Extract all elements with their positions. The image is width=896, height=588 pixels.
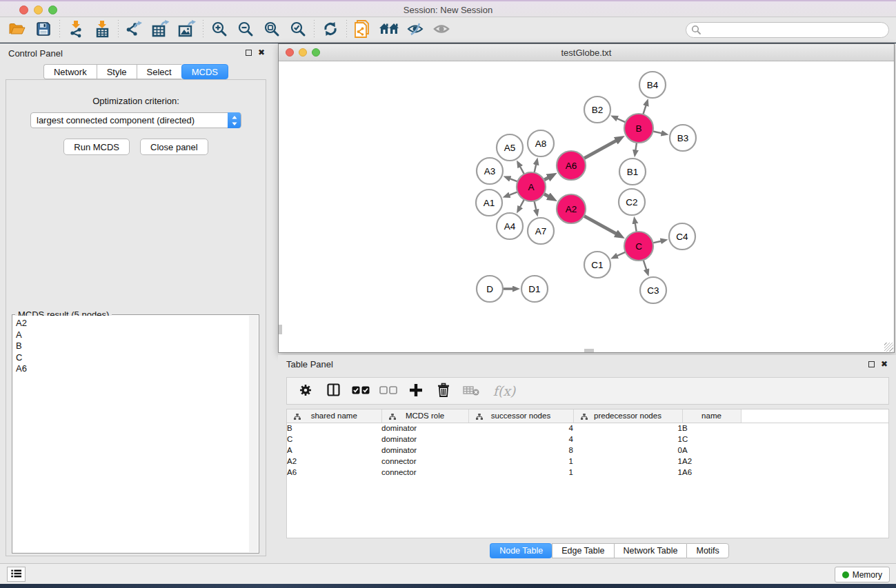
open-session-button[interactable] bbox=[4, 19, 30, 40]
graph-edge-A-A1[interactable] bbox=[509, 192, 517, 195]
table-row[interactable]: Adominator80A bbox=[287, 445, 888, 456]
trash-icon bbox=[437, 383, 450, 399]
zoom-fit-button[interactable] bbox=[259, 19, 285, 40]
delete-column-button[interactable] bbox=[433, 381, 454, 401]
export-image-icon bbox=[178, 21, 196, 39]
graph-edge-C-C2[interactable] bbox=[635, 223, 637, 232]
import-network-button[interactable] bbox=[63, 19, 89, 40]
network-hscroll-stub[interactable] bbox=[584, 349, 594, 352]
delete-table-button[interactable] bbox=[461, 381, 481, 401]
optimization-criterion-select[interactable]: largest connected component (directed) bbox=[30, 112, 241, 128]
tab-edge-table[interactable]: Edge Table bbox=[552, 543, 613, 558]
mcds-result-item[interactable]: A2 bbox=[16, 318, 249, 330]
graph-edge-A2-C[interactable] bbox=[584, 216, 616, 234]
search-field-wrap bbox=[686, 22, 889, 38]
mcds-result-item[interactable]: B bbox=[16, 341, 249, 352]
graph-node-label: A4 bbox=[504, 221, 516, 232]
tab-network[interactable]: Network bbox=[43, 64, 97, 79]
graph-edge-B-B2[interactable] bbox=[617, 119, 626, 123]
control-panel-header: Control Panel ✖ bbox=[1, 45, 270, 61]
export-network-button[interactable] bbox=[121, 19, 148, 40]
table-row[interactable]: Cdominator41C bbox=[287, 434, 888, 445]
network-window-titlebar[interactable]: testGlobe.txt bbox=[279, 44, 894, 61]
add-column-button[interactable] bbox=[406, 381, 426, 401]
graph-node-label: B3 bbox=[677, 133, 689, 143]
tab-style[interactable]: Style bbox=[97, 64, 137, 79]
col-name[interactable]: name bbox=[682, 409, 741, 423]
graph-edge-C-C4[interactable] bbox=[653, 241, 661, 243]
mcds-result-item[interactable]: C bbox=[16, 352, 249, 364]
import-table-button[interactable] bbox=[89, 19, 115, 40]
graph-edge-C-C1[interactable] bbox=[617, 252, 626, 256]
table-row[interactable]: Bdominator41B bbox=[287, 423, 888, 434]
graph-edge-A-A8[interactable] bbox=[535, 164, 537, 172]
toolbar-separator bbox=[346, 20, 347, 39]
neighborhood-button[interactable] bbox=[376, 19, 402, 40]
run-mcds-button[interactable]: Run MCDS bbox=[63, 139, 130, 155]
zoom-selected-button[interactable] bbox=[285, 19, 311, 40]
show-all-button[interactable] bbox=[428, 19, 455, 40]
mcds-result-scrollbar[interactable] bbox=[249, 316, 258, 552]
graph-edge-A-A2[interactable] bbox=[544, 194, 548, 196]
deselect-all-button[interactable] bbox=[378, 381, 399, 401]
graph-edge-A-A3[interactable] bbox=[510, 179, 517, 181]
graph-edge-A-A6[interactable] bbox=[544, 177, 549, 180]
network-canvas[interactable]: B4B2BB3A8A5A6A3B1AA1C2A2A4A7C4CC1C3DD1 bbox=[279, 62, 894, 352]
hide-selected-button[interactable] bbox=[402, 19, 428, 40]
graph-edge-B-B3[interactable] bbox=[653, 131, 662, 133]
table-tabs: Node Table Edge Table Network Table Moti… bbox=[323, 543, 896, 558]
network-zoom-button[interactable] bbox=[312, 48, 320, 57]
float-table-panel-icon[interactable] bbox=[868, 361, 875, 367]
function-builder-button[interactable]: f(x) bbox=[488, 381, 520, 401]
graph-node-label: B1 bbox=[627, 167, 639, 177]
memory-label: Memory bbox=[853, 570, 882, 580]
col-predecessor-nodes[interactable]: predecessor nodes bbox=[573, 409, 682, 423]
mcds-result-list[interactable]: A2ABCA6 bbox=[13, 316, 249, 552]
graph-node-label: C4 bbox=[676, 232, 688, 242]
col-successor-nodes[interactable]: successor nodes bbox=[468, 409, 573, 423]
export-image-button[interactable] bbox=[174, 19, 200, 40]
col-shared-name[interactable]: shared name bbox=[287, 409, 381, 423]
close-table-panel-icon[interactable]: ✖ bbox=[881, 360, 888, 368]
apply-layout-button[interactable] bbox=[317, 19, 344, 40]
table-row[interactable]: A6connector11A6 bbox=[287, 467, 888, 478]
zoom-in-button[interactable] bbox=[206, 19, 232, 40]
control-panel-tabs: Network Style Select MCDS bbox=[1, 64, 270, 79]
save-session-button[interactable] bbox=[30, 19, 57, 40]
show-columns-button[interactable] bbox=[323, 381, 344, 401]
search-input[interactable] bbox=[686, 22, 889, 38]
table-settings-button[interactable] bbox=[295, 381, 316, 401]
float-panel-icon[interactable] bbox=[246, 50, 252, 56]
graph-edge-B-B4[interactable] bbox=[643, 105, 646, 114]
mcds-result-item[interactable]: A bbox=[16, 330, 249, 341]
duplicate-network-button[interactable] bbox=[350, 19, 376, 40]
task-history-button[interactable] bbox=[7, 567, 26, 582]
network-resize-grip[interactable] bbox=[884, 343, 893, 352]
network-minimize-button[interactable] bbox=[299, 48, 307, 57]
close-panel-icon[interactable]: ✖ bbox=[258, 48, 265, 57]
zoom-out-button[interactable] bbox=[232, 19, 259, 40]
tab-mcds[interactable]: MCDS bbox=[181, 64, 228, 79]
search-icon bbox=[691, 25, 701, 34]
tab-node-table[interactable]: Node Table bbox=[490, 543, 552, 558]
graph-edge-C-C3[interactable] bbox=[644, 260, 647, 270]
graph-edge-B-B1[interactable] bbox=[635, 143, 637, 151]
memory-button[interactable]: Memory bbox=[835, 567, 890, 582]
tab-network-table[interactable]: Network Table bbox=[614, 543, 687, 558]
network-close-button[interactable] bbox=[286, 48, 294, 57]
export-table-button[interactable] bbox=[148, 19, 174, 40]
tab-motifs[interactable]: Motifs bbox=[686, 543, 728, 558]
graph-node-label: A1 bbox=[484, 198, 495, 208]
tab-select[interactable]: Select bbox=[137, 64, 181, 79]
graph-edge-A-A4[interactable] bbox=[520, 199, 524, 207]
close-panel-button[interactable]: Close panel bbox=[140, 139, 208, 155]
mcds-result-item[interactable]: A6 bbox=[16, 363, 249, 375]
network-vscroll-stub[interactable] bbox=[279, 325, 282, 334]
table-panel-title: Table Panel bbox=[286, 359, 333, 369]
graph-edge-A-A5[interactable] bbox=[520, 166, 524, 174]
graph-edge-A-A7[interactable] bbox=[534, 201, 536, 210]
graph-edge-A6-B[interactable] bbox=[584, 141, 616, 159]
table-row[interactable]: A2connector11A2 bbox=[287, 456, 888, 467]
col-mcds-role[interactable]: MCDS role bbox=[381, 409, 468, 423]
select-all-button[interactable] bbox=[350, 381, 371, 401]
